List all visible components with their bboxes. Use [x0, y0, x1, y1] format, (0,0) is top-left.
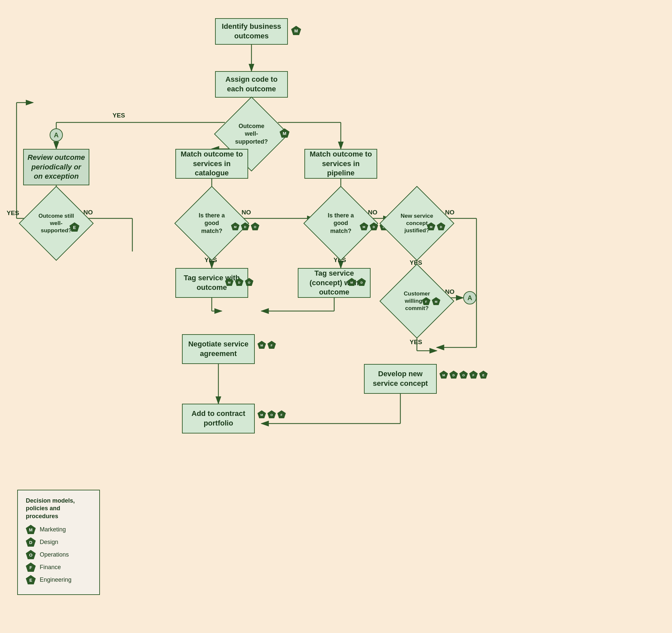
- good-match-pipeline-diamond: Is there a good match?: [314, 197, 367, 250]
- assign-code-box: Assign code to each outcome: [215, 71, 288, 98]
- identify-icons: M: [291, 26, 301, 35]
- svg-text:O: O: [270, 413, 273, 417]
- legend-operations-label: Operations: [40, 551, 69, 558]
- svg-text:M: M: [228, 281, 231, 284]
- svg-text:M: M: [260, 344, 263, 347]
- svg-text:D: D: [29, 540, 32, 545]
- legend-operations-icon: O: [26, 550, 36, 559]
- svg-text:M: M: [260, 413, 263, 417]
- svg-text:F: F: [473, 373, 475, 377]
- svg-text:O: O: [462, 373, 464, 377]
- review-outcome-box: Review outcome periodically or on except…: [23, 149, 89, 185]
- svg-text:M: M: [442, 373, 445, 377]
- svg-text:D: D: [440, 225, 442, 229]
- develop-new-label: Develop new service concept: [367, 369, 433, 388]
- svg-text:D: D: [361, 281, 363, 284]
- svg-text:E: E: [73, 225, 76, 230]
- svg-text:D: D: [238, 281, 241, 284]
- svg-text:F: F: [271, 344, 273, 347]
- connector-a-label: A: [54, 131, 58, 139]
- svg-text:M: M: [363, 225, 365, 229]
- legend-box: Decision models,policies and procedures …: [17, 490, 100, 595]
- svg-text:M: M: [351, 281, 353, 284]
- legend-finance-label: Finance: [40, 564, 61, 571]
- match-catalogue-label: Match outcome to services in catalogue: [179, 149, 245, 178]
- svg-text:F: F: [425, 300, 427, 303]
- tag-concept-icons: M D: [347, 278, 366, 286]
- negotiate-box: Negotiate service agreement: [182, 334, 255, 364]
- assign-code-label: Assign code to each outcome: [218, 75, 285, 94]
- negotiate-icons: M F: [258, 341, 276, 349]
- svg-text:O: O: [254, 225, 256, 229]
- svg-text:O: O: [29, 553, 32, 558]
- svg-text:M: M: [435, 300, 437, 303]
- legend-marketing: M Marketing: [26, 525, 91, 534]
- still-supported-icons: E: [70, 222, 79, 232]
- legend-engineering-label: Engineering: [40, 577, 71, 583]
- svg-text:M: M: [294, 28, 298, 33]
- svg-text:O: O: [248, 281, 250, 284]
- identify-outcomes-label: Identify business outcomes: [222, 22, 281, 41]
- develop-new-box: Develop new service concept: [364, 364, 437, 394]
- legend-design-label: Design: [40, 539, 58, 546]
- connector-a-bottom-label: A: [467, 294, 472, 302]
- identify-outcomes-box: Identify business outcomes: [215, 18, 288, 45]
- svg-text:F: F: [281, 413, 283, 417]
- svg-text:M: M: [234, 225, 237, 229]
- svg-text:E: E: [29, 578, 32, 583]
- svg-text:M: M: [29, 528, 33, 533]
- legend-finance: F Finance: [26, 563, 91, 572]
- add-contract-label: Add to contract portfolio: [185, 409, 251, 428]
- svg-text:YES: YES: [7, 209, 19, 216]
- legend-design: D Design: [26, 537, 91, 547]
- legend-engineering-icon: E: [26, 575, 36, 584]
- legend-marketing-icon: M: [26, 525, 36, 534]
- match-catalogue-box: Match outcome to services in catalogue: [175, 149, 248, 179]
- develop-new-icons: M D O F E: [439, 371, 488, 378]
- customer-willing-icons: F M: [422, 297, 440, 305]
- svg-text:M: M: [283, 131, 287, 136]
- negotiate-label: Negotiate service agreement: [185, 339, 251, 358]
- tag-service-icons: M D O: [225, 278, 254, 286]
- svg-text:F: F: [29, 565, 32, 570]
- good-match-catalogue-diamond: Is there a good match?: [185, 197, 238, 250]
- svg-text:D: D: [373, 225, 375, 229]
- legend-engineering: E Engineering: [26, 575, 91, 584]
- svg-text:NO: NO: [242, 209, 251, 216]
- outcome-supported-icons: M: [280, 128, 289, 138]
- svg-text:M: M: [430, 225, 432, 229]
- match-pipeline-label: Match outcome to services in pipeline: [308, 149, 374, 178]
- connector-a-top: A: [50, 128, 63, 142]
- marketing-icon2: M: [280, 128, 289, 138]
- add-contract-box: Add to contract portfolio: [182, 404, 255, 433]
- legend-operations: O Operations: [26, 550, 91, 559]
- svg-text:D: D: [453, 373, 455, 377]
- svg-text:YES: YES: [113, 112, 125, 119]
- svg-text:NO: NO: [445, 209, 455, 216]
- legend-finance-icon: F: [26, 563, 36, 572]
- legend-design-icon: D: [26, 537, 36, 547]
- add-contract-icons: M O F: [258, 410, 286, 418]
- legend-title: Decision models,policies and procedures: [26, 497, 91, 520]
- match-pipeline-box: Match outcome to services in pipeline: [305, 149, 377, 179]
- good-match-cat-icons: M D O: [231, 222, 259, 230]
- svg-text:E: E: [482, 373, 484, 377]
- legend-marketing-label: Marketing: [40, 526, 66, 533]
- review-outcome-label: Review outcome periodically or on except…: [26, 153, 86, 181]
- svg-text:YES: YES: [410, 338, 422, 346]
- svg-text:D: D: [244, 225, 246, 229]
- connector-a-bottom: A: [463, 291, 477, 304]
- marketing-icon: M: [291, 26, 301, 35]
- new-concept-icons: M D: [427, 222, 446, 230]
- engineering-icon: E: [70, 222, 79, 232]
